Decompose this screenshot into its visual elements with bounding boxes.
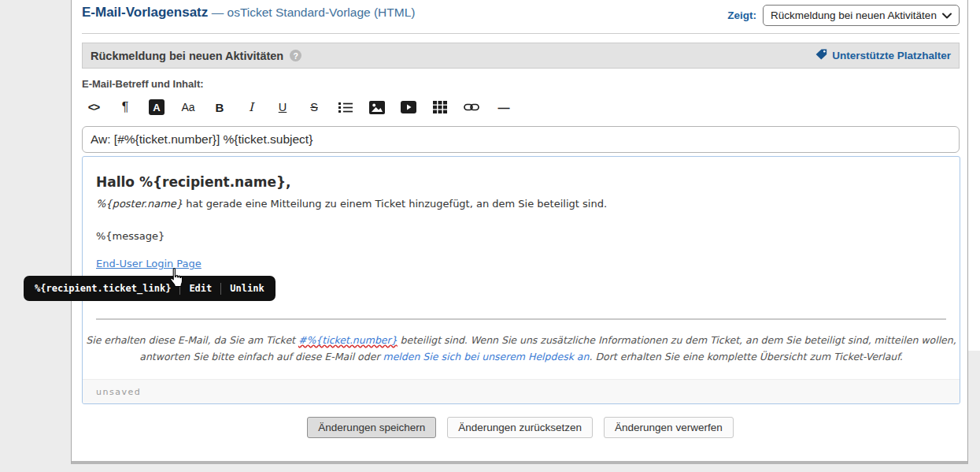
- poster-paragraph: %{poster.name} hat gerade eine Mitteilun…: [96, 198, 607, 210]
- horizontal-rule-icon[interactable]: —: [487, 95, 519, 119]
- supported-placeholders-label: Unterstützte Platzhalter: [832, 50, 951, 61]
- discard-changes-button[interactable]: Änderungen verwerfen: [604, 417, 734, 438]
- save-changes-button[interactable]: Änderungen speichern: [307, 417, 436, 438]
- message-placeholder: %{message}: [96, 230, 165, 242]
- template-show-group: Zeigt: Rückmeldung bei neuen Aktivitäten: [727, 5, 960, 26]
- font-color-icon[interactable]: A: [141, 95, 172, 119]
- insert-table-icon[interactable]: [424, 95, 456, 119]
- ticket-number-link[interactable]: #%{ticket.number}: [298, 334, 398, 346]
- reset-changes-button[interactable]: Änderungen zurücksetzen: [447, 417, 593, 438]
- subject-input[interactable]: [82, 126, 960, 153]
- header-divider: [82, 33, 960, 34]
- insert-image-icon[interactable]: [361, 95, 393, 119]
- bold-icon[interactable]: B: [204, 95, 235, 119]
- code-view-icon[interactable]: <>: [78, 95, 109, 119]
- insert-video-icon[interactable]: [393, 95, 424, 119]
- template-select[interactable]: Rückmeldung bei neuen Aktivitäten: [763, 5, 960, 26]
- template-select-value: Rückmeldung bei neuen Aktivitäten: [771, 9, 942, 21]
- editor-status-bar: unsaved: [83, 379, 960, 403]
- chevron-down-icon: [942, 9, 952, 21]
- section-heading: Rückmeldung bei neuen Aktivitäten: [91, 50, 283, 62]
- unsaved-status: unsaved: [96, 387, 141, 397]
- helpdesk-login-link[interactable]: melden Sie sich bei unserem Helpdesk an: [383, 351, 590, 362]
- email-body-content[interactable]: Hallo %{recipient.name}, %{poster.name} …: [83, 157, 960, 379]
- spellcheck-squiggle: #%{ticket.number}: [298, 334, 398, 346]
- editor-toolbar: <> ¶ A Aa B I U S —: [78, 95, 519, 119]
- supported-placeholders-link[interactable]: Unterstützte Platzhalter: [815, 49, 951, 62]
- email-footer-text: Sie erhalten diese E-Mail, da Sie am Tic…: [86, 332, 956, 366]
- tooltip-unlink-button[interactable]: Unlink: [230, 283, 264, 294]
- italic-icon[interactable]: I: [235, 95, 267, 119]
- page-title: E-Mail-Vorlagensatz: [82, 5, 208, 20]
- tag-icon: [815, 49, 827, 62]
- show-label: Zeigt:: [727, 9, 756, 21]
- page-subtitle: — osTicket Standard-Vorlage (HTML): [212, 6, 416, 19]
- mouse-cursor-icon: [167, 268, 184, 292]
- body-horizontal-rule: [96, 318, 946, 320]
- content-panel: E-Mail-Vorlagensatz — osTicket Standard-…: [71, 0, 968, 464]
- bullet-list-icon[interactable]: [330, 95, 361, 119]
- underline-icon[interactable]: U: [267, 95, 298, 119]
- tooltip-edit-button[interactable]: Edit: [189, 283, 212, 294]
- template-section-bar: Rückmeldung bei neuen Aktivitäten ? Unte…: [82, 43, 960, 69]
- font-size-icon[interactable]: Aa: [172, 95, 204, 119]
- tooltip-placeholder-text: %{recipient.ticket_link}: [35, 283, 171, 294]
- login-link-paragraph: End-User Login Page: [96, 258, 202, 269]
- email-template-page: E-Mail-Vorlagensatz — osTicket Standard-…: [0, 0, 980, 472]
- help-icon[interactable]: ?: [290, 50, 301, 61]
- right-gutter: [968, 0, 980, 351]
- tooltip-divider: [220, 283, 221, 295]
- strikethrough-icon[interactable]: S: [298, 95, 330, 119]
- action-button-row: Änderungen speichern Änderungen zurückse…: [72, 417, 969, 438]
- page-header: E-Mail-Vorlagensatz — osTicket Standard-…: [82, 5, 960, 28]
- insert-link-icon[interactable]: [456, 95, 487, 119]
- link-tooltip: %{recipient.ticket_link} Edit Unlink: [24, 276, 276, 301]
- end-user-login-link[interactable]: End-User Login Page: [96, 258, 202, 269]
- greeting-text: Hallo %{recipient.name},: [96, 174, 946, 190]
- paragraph-format-icon[interactable]: ¶: [109, 95, 141, 119]
- subject-content-label: E-Mail-Betreff und Inhalt:: [82, 78, 204, 90]
